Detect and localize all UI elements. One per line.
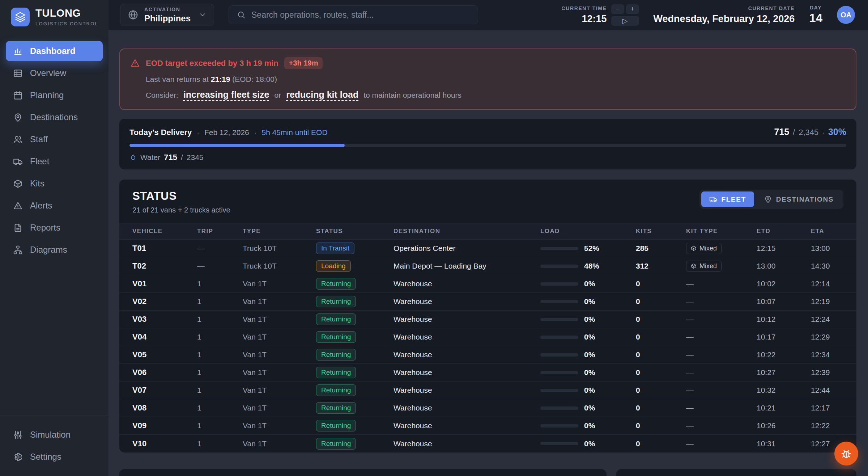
kit-type-none: — <box>686 368 694 376</box>
sidebar: TULONG LOGISTICS CONTROL Dashboard Overv… <box>0 0 109 476</box>
cell-kit-type: — <box>686 368 757 377</box>
time-plus-button[interactable]: + <box>626 4 639 14</box>
activation-selector[interactable]: ACTIVATION Philippines <box>120 4 214 26</box>
globe-icon <box>128 9 139 20</box>
kit-type-badge: Mixed <box>686 243 722 254</box>
cell-type: Van 1T <box>243 279 316 288</box>
load-bar <box>540 424 578 427</box>
cell-destination: Warehouse <box>393 368 540 377</box>
table-row[interactable]: V04 1 Van 1T Returning Warehouse 0% 0 — … <box>119 328 856 346</box>
load-percent: 0% <box>584 368 595 377</box>
water-progress-row: Water 715 / 2345 <box>129 153 846 162</box>
sidebar-item-planning[interactable]: Planning <box>6 85 103 105</box>
sidebar-item-simulation[interactable]: Simulation <box>6 425 103 445</box>
destinations-tab[interactable]: DESTINATIONS <box>756 191 842 207</box>
load-percent: 0% <box>584 297 595 306</box>
time-play-button[interactable]: ▷ <box>611 16 639 26</box>
increase-fleet-link[interactable]: increasing fleet size <box>183 89 269 100</box>
cell-kit-type: — <box>686 421 757 430</box>
cell-kit-type: Mixed <box>686 261 757 272</box>
table-row[interactable]: V09 1 Van 1T Returning Warehouse 0% 0 — … <box>119 417 856 435</box>
table-row[interactable]: V03 1 Van 1T Returning Warehouse 0% 0 — … <box>119 311 856 328</box>
settings-icon <box>13 452 23 462</box>
table-row[interactable]: V02 1 Van 1T Returning Warehouse 0% 0 — … <box>119 293 856 311</box>
table-row[interactable]: V06 1 Van 1T Returning Warehouse 0% 0 — … <box>119 364 856 382</box>
search-bar[interactable] <box>229 5 478 24</box>
search-input[interactable] <box>251 10 470 20</box>
table-row[interactable]: V05 1 Van 1T Returning Warehouse 0% 0 — … <box>119 346 856 364</box>
load-bar <box>540 265 578 268</box>
content-scroll-area[interactable]: EOD target exceeded by 3 h 19 min +3h 19… <box>109 30 868 476</box>
sidebar-item-label: Destinations <box>30 112 78 122</box>
cell-status: Returning <box>316 384 393 396</box>
kit-type-none: — <box>686 333 694 341</box>
sidebar-item-label: Dashboard <box>30 46 75 56</box>
current-time-group: CURRENT TIME 12:15 − + ▷ <box>562 4 639 26</box>
table-row[interactable]: T02 — Truck 10T Loading Main Depot — Loa… <box>119 257 856 275</box>
load-percent: 52% <box>584 244 599 253</box>
cell-trip: — <box>197 244 243 253</box>
sidebar-item-alerts[interactable]: Alerts <box>6 195 103 216</box>
reports-icon <box>13 223 23 233</box>
table-row[interactable]: V07 1 Van 1T Returning Warehouse 0% 0 — … <box>119 382 856 399</box>
water-done: 715 <box>164 153 177 162</box>
eod-alert-banner: EOD target exceeded by 3 h 19 min +3h 19… <box>119 49 856 110</box>
sidebar-item-staff[interactable]: Staff <box>6 129 103 149</box>
sidebar-item-reports[interactable]: Reports <box>6 218 103 238</box>
kit-type-none: — <box>686 386 694 394</box>
activation-label: ACTIVATION <box>144 7 191 12</box>
app-root: TULONG LOGISTICS CONTROL Dashboard Overv… <box>0 0 868 476</box>
cell-type: Van 1T <box>243 297 316 306</box>
cell-type: Truck 10T <box>243 244 316 253</box>
fleet-tab[interactable]: FLEET <box>701 191 754 207</box>
column-header: TRIP <box>197 228 243 235</box>
cell-load: 0% <box>540 439 636 448</box>
time-minus-button[interactable]: − <box>611 4 624 14</box>
reduce-kit-load-link[interactable]: reducing kit load <box>286 89 358 100</box>
load-bar <box>540 442 578 445</box>
sidebar-item-overview[interactable]: Overview <box>6 63 103 83</box>
avatar[interactable]: OA <box>837 6 855 24</box>
sidebar-item-label: Reports <box>30 223 60 233</box>
load-bar <box>540 407 578 410</box>
cell-status: Returning <box>316 296 393 307</box>
cell-eta: 12:17 <box>811 404 843 412</box>
load-percent: 0% <box>584 315 595 324</box>
table-row[interactable]: V01 1 Van 1T Returning Warehouse 0% 0 — … <box>119 275 856 293</box>
sidebar-item-label: Alerts <box>30 201 52 211</box>
cell-load: 0% <box>540 350 636 359</box>
sidebar-item-kits[interactable]: Kits <box>6 173 103 194</box>
cell-status: Returning <box>316 313 393 325</box>
column-header: ETA <box>811 228 843 235</box>
load-bar <box>540 389 578 392</box>
sidebar-item-label: Fleet <box>30 156 49 167</box>
cell-vehicle: V05 <box>132 350 197 359</box>
sidebar-item-diagrams[interactable]: Diagrams <box>6 240 103 260</box>
cell-trip: 1 <box>197 439 243 448</box>
cell-etd: 10:22 <box>757 350 811 359</box>
day-value: 14 <box>809 11 822 25</box>
sidebar-item-dashboard[interactable]: Dashboard <box>6 41 103 61</box>
table-row[interactable]: V08 1 Van 1T Returning Warehouse 0% 0 — … <box>119 399 856 417</box>
cell-etd: 12:15 <box>757 244 811 253</box>
cell-etd: 10:31 <box>757 439 811 448</box>
debug-bug-button[interactable] <box>834 442 858 466</box>
truck-icon <box>709 195 718 203</box>
cell-status: Returning <box>316 367 393 378</box>
cell-type: Van 1T <box>243 404 316 412</box>
table-row[interactable]: V10 1 Van 1T Returning Warehouse 0% 0 — … <box>119 435 856 452</box>
table-row[interactable]: T01 — Truck 10T In Transit Operations Ce… <box>119 240 856 257</box>
cell-type: Van 1T <box>243 333 316 341</box>
sidebar-item-settings[interactable]: Settings <box>6 447 103 467</box>
sidebar-item-label: Overview <box>30 68 66 78</box>
sidebar-item-fleet[interactable]: Fleet <box>6 151 103 172</box>
sidebar-footer-nav: Simulation Settings <box>0 416 109 476</box>
cell-type: Van 1T <box>243 439 316 448</box>
cell-status: Returning <box>316 438 393 450</box>
cell-load: 48% <box>540 262 636 270</box>
cell-vehicle: V06 <box>132 368 197 377</box>
sidebar-item-destinations[interactable]: Destinations <box>6 107 103 127</box>
day-label: DAY <box>809 5 822 10</box>
cell-status: In Transit <box>316 243 393 254</box>
cell-destination: Warehouse <box>393 421 540 430</box>
